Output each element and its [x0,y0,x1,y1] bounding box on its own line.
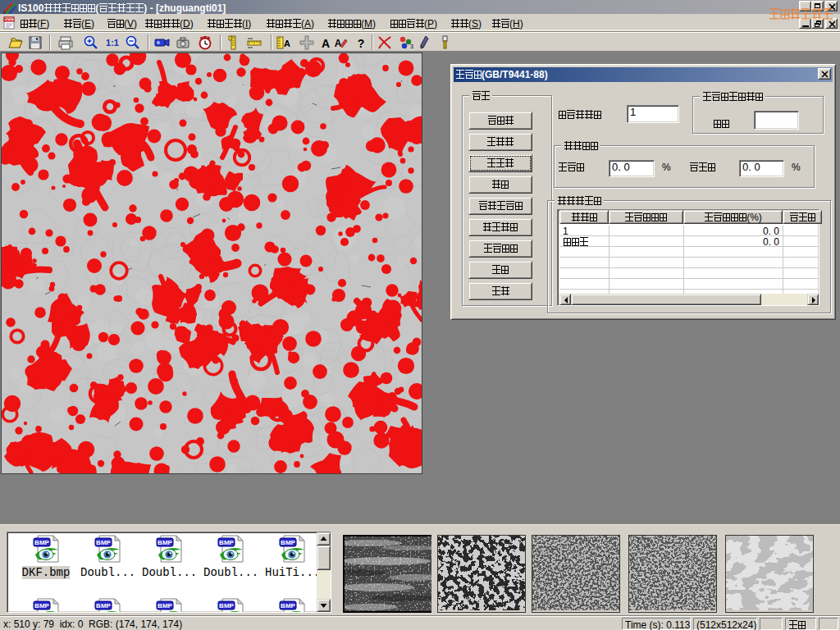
svg-text:1:1: 1:1 [106,38,119,48]
svg-text:A: A [322,37,330,50]
svg-text:BMP: BMP [34,539,49,546]
svg-text:BMP: BMP [96,602,111,609]
svg-text:DOC: DOC [4,17,14,22]
svg-text:BMP: BMP [281,602,295,609]
svg-text:?: ? [358,37,365,50]
svg-text:BMP: BMP [219,539,234,546]
svg-text:BMP: BMP [96,539,111,546]
svg-text:BMP: BMP [34,602,49,609]
svg-text:3: 3 [410,43,413,49]
svg-text:A: A [335,38,342,49]
svg-text:A: A [284,39,290,48]
svg-text:BMP: BMP [219,602,234,609]
svg-text:BMP: BMP [158,539,172,546]
svg-text:BMP: BMP [158,602,172,609]
svg-text:BMP: BMP [281,539,295,546]
